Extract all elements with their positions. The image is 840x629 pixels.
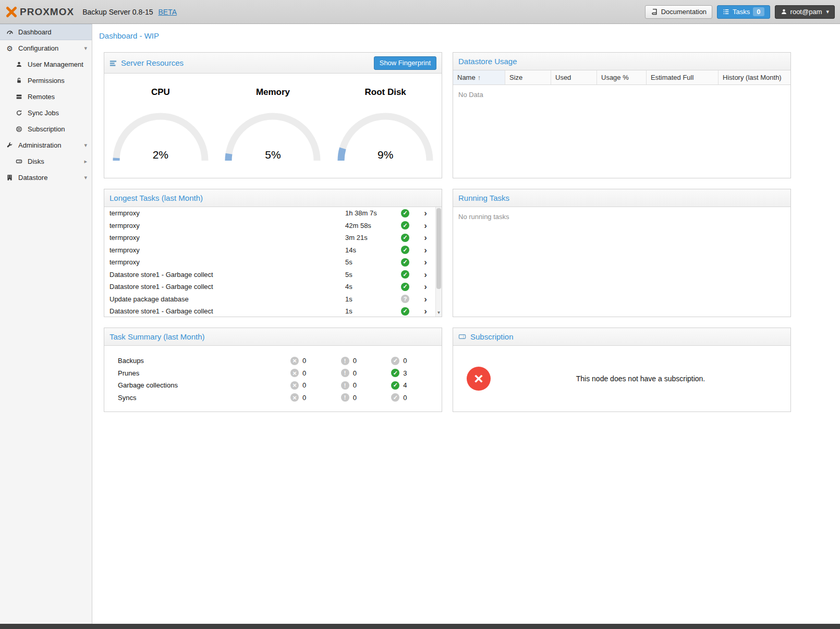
gauge-value: 2%	[111, 149, 210, 161]
task-name: Datastore store1 - Garbage collect	[109, 271, 345, 279]
panel-title: Subscription	[470, 332, 514, 341]
task-summary-body: Backups 0 0 0 Prunes 0 0 3 Garbage colle…	[104, 346, 442, 412]
task-detail-chevron-icon[interactable]: ›	[416, 295, 435, 304]
sidebar-item-configuration[interactable]: ⚙ Configuration ▾	[0, 40, 92, 56]
error-count-icon	[290, 369, 299, 377]
task-detail-chevron-icon[interactable]: ›	[416, 307, 435, 316]
gauge-label: CPU	[151, 87, 170, 98]
sidebar-item-remotes[interactable]: Remotes	[0, 89, 92, 105]
no-subscription-icon: ×	[467, 367, 491, 391]
datastore-table-header: Name↑ Size Used Usage % Estimated Full H…	[453, 70, 790, 85]
documentation-button[interactable]: Documentation	[645, 5, 712, 19]
gauge-value: 5%	[223, 149, 322, 161]
datastore-usage-header: Datastore Usage	[453, 53, 790, 70]
task-detail-chevron-icon[interactable]: ›	[416, 209, 435, 217]
chevron-down-icon[interactable]: ▾	[84, 45, 87, 52]
task-row[interactable]: termproxy 3m 21s ›	[104, 232, 435, 244]
task-detail-chevron-icon[interactable]: ›	[416, 246, 435, 255]
scrollbar-thumb[interactable]	[436, 208, 441, 289]
column-header-size[interactable]: Size	[505, 70, 551, 84]
task-detail-chevron-icon[interactable]: ›	[416, 221, 435, 230]
sidebar-item-administration[interactable]: Administration ▾	[0, 137, 92, 153]
chevron-right-icon[interactable]: ▸	[84, 158, 87, 165]
sidebar-item-permissions[interactable]: Permissions	[0, 72, 92, 89]
root-disk-gauge: Root Disk 9%	[329, 74, 442, 178]
running-tasks-header: Running Tasks	[453, 189, 790, 207]
memory-gauge: Memory 5%	[217, 74, 330, 178]
task-row[interactable]: termproxy 5s ›	[104, 256, 435, 269]
scroll-down-button[interactable]: ▼	[436, 309, 442, 316]
building-icon	[5, 174, 14, 181]
caret-down-icon: ▾	[826, 8, 829, 15]
sidebar-item-datastore[interactable]: Datastore ▾	[0, 170, 92, 186]
error-count: 0	[302, 357, 306, 365]
task-row[interactable]: termproxy 1h 38m 7s ›	[104, 207, 435, 220]
task-row[interactable]: Datastore store1 - Garbage collect 5s ›	[104, 269, 435, 281]
task-list: termproxy 1h 38m 7s › termproxy 42m 58s …	[104, 207, 435, 317]
task-detail-chevron-icon[interactable]: ›	[416, 282, 435, 291]
sidebar-item-dashboard[interactable]: Dashboard	[0, 24, 92, 40]
chevron-down-icon[interactable]: ▾	[84, 174, 87, 181]
error-count-icon	[290, 393, 299, 402]
chevron-down-icon[interactable]: ▾	[84, 142, 87, 149]
task-row[interactable]: Datastore store1 - Garbage collect 1s ›	[104, 305, 435, 317]
task-row[interactable]: Update package database 1s ›	[104, 293, 435, 306]
task-detail-chevron-icon[interactable]: ›	[416, 258, 435, 267]
book-icon	[651, 8, 658, 16]
top-bar: PROXMOX Backup Server 0.8-15 BETA Docume…	[0, 0, 840, 24]
user-icon	[781, 8, 787, 15]
no-running-tasks-text: No running tasks	[453, 207, 790, 226]
warning-count: 0	[353, 357, 357, 365]
column-header-used[interactable]: Used	[551, 70, 597, 84]
server-icon	[15, 93, 23, 100]
task-duration: 1h 38m 7s	[345, 209, 395, 217]
user-menu-button[interactable]: root@pam ▾	[775, 5, 835, 19]
sidebar-item-subscription[interactable]: Subscription	[0, 121, 92, 137]
sidebar-item-disks[interactable]: Disks ▸	[0, 153, 92, 170]
column-header-usage-pct[interactable]: Usage %	[597, 70, 647, 84]
sidebar-item-sync-jobs[interactable]: Sync Jobs	[0, 105, 92, 121]
topbar-actions: Documentation Tasks 0 root@pam ▾	[645, 5, 835, 19]
task-row[interactable]: Datastore store1 - Garbage collect 4s ›	[104, 281, 435, 293]
column-header-name[interactable]: Name↑	[453, 70, 505, 84]
task-name: termproxy	[109, 222, 345, 229]
task-status-icon	[401, 221, 409, 229]
tasks-button[interactable]: Tasks 0	[717, 5, 770, 19]
bottom-bar	[0, 624, 840, 629]
task-detail-chevron-icon[interactable]: ›	[416, 233, 435, 242]
error-count-icon	[290, 357, 299, 365]
ok-count: 3	[403, 369, 407, 377]
resource-gauges: CPU 2% Memory	[104, 74, 442, 178]
column-header-estimated-full[interactable]: Estimated Full	[647, 70, 719, 84]
sidebar-item-label: Datastore	[18, 174, 47, 182]
ok-count: 0	[403, 394, 407, 402]
task-duration: 1s	[345, 295, 395, 303]
sidebar-item-label: Remotes	[28, 93, 55, 101]
task-list-icon	[723, 8, 729, 15]
sort-ascending-icon: ↑	[478, 74, 481, 81]
task-summary-row: Garbage collections 0 0 4	[104, 379, 442, 392]
panel-title: Longest Tasks (last Month)	[109, 193, 203, 202]
ok-count: 0	[403, 357, 407, 365]
sidebar-item-user-management[interactable]: User Management	[0, 56, 92, 72]
task-duration: 5s	[345, 271, 395, 279]
task-row[interactable]: termproxy 42m 58s ›	[104, 220, 435, 232]
column-header-history[interactable]: History (last Month)	[719, 70, 790, 84]
show-fingerprint-button[interactable]: Show Fingerprint	[374, 56, 436, 70]
task-detail-chevron-icon[interactable]: ›	[416, 270, 435, 279]
scrollbar[interactable]: ▼	[435, 207, 442, 317]
proxmox-x-icon	[5, 6, 18, 18]
task-row[interactable]: termproxy 14s ›	[104, 244, 435, 257]
ok-count: 4	[403, 381, 407, 389]
task-duration: 4s	[345, 283, 395, 291]
user-icon	[15, 61, 23, 68]
app-title: Backup Server 0.8-15	[82, 8, 153, 16]
subscription-panel: Subscription × This node does not have a…	[453, 328, 791, 412]
task-name: Update package database	[109, 295, 345, 303]
task-type-label: Syncs	[104, 394, 290, 402]
task-name: termproxy	[109, 246, 345, 254]
error-count: 0	[302, 394, 306, 402]
beta-link[interactable]: BETA	[159, 8, 177, 16]
task-name: termproxy	[109, 234, 345, 241]
ok-count-icon	[391, 381, 399, 390]
